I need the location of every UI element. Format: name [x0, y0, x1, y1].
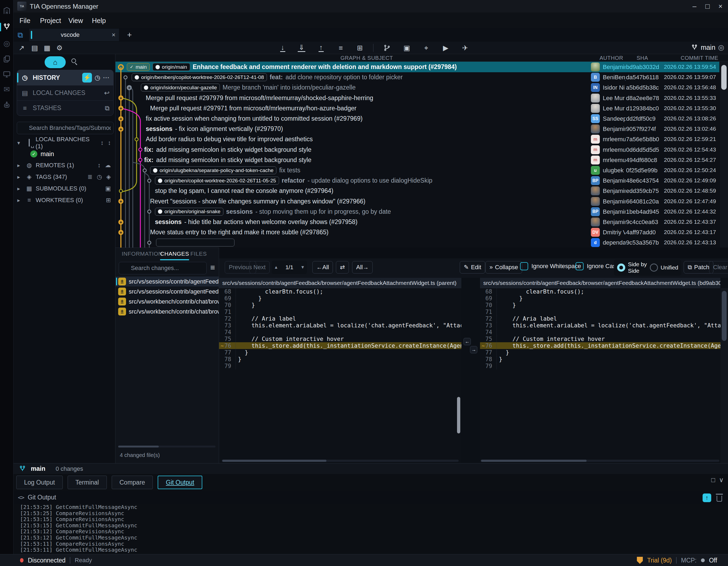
repo-tab-vscode[interactable]: vscode ×: [29, 29, 119, 41]
patch-file-icon[interactable]: ⊞: [355, 43, 365, 53]
sidebar-item-local-changes[interactable]: ▤ LOCAL CHANGES ↩: [17, 85, 113, 100]
tree-item-remotes[interactable]: ▸◍REMOTES (1)↕☁: [15, 159, 114, 171]
tab-changes[interactable]: CHANGES: [160, 250, 189, 260]
counter-up-icon[interactable]: ▲: [274, 265, 278, 270]
diff-scrollbar-thumb[interactable]: [722, 291, 727, 341]
sidebar-search-icon[interactable]: [71, 58, 76, 64]
menu-project[interactable]: Project: [38, 16, 63, 25]
menu-help[interactable]: Help: [90, 16, 108, 25]
changes-menu-icon[interactable]: ≡: [210, 263, 215, 272]
ignore-whitespace-checkbox[interactable]: [520, 262, 528, 270]
undo-icon[interactable]: ↩: [104, 89, 110, 97]
menu-view[interactable]: View: [66, 16, 85, 25]
commit-row[interactable]: ✓mainorigin/mainEnhance feedback and com…: [115, 62, 719, 72]
commit-row[interactable]: +sessions - hide title bar actions when …: [115, 217, 719, 227]
ignore-whitespace-option[interactable]: Ignore Whitespace: [520, 262, 581, 270]
tree-item-worktrees[interactable]: ▸≡WORKTREES (0)⊞: [15, 194, 114, 206]
tree-item-tags[interactable]: ▸◈TAGS (347)≣◷◈: [15, 171, 114, 183]
copy-change-right-button[interactable]: →: [470, 346, 477, 353]
close-button[interactable]: ×: [714, 1, 727, 11]
settings-gear-icon[interactable]: ⚙: [54, 43, 65, 53]
robot-icon[interactable]: [0, 99, 14, 111]
commit-row[interactable]: +Merge pull request #297971 from microso…: [115, 103, 719, 114]
commit-row[interactable]: +fix active session when changing from u…: [115, 113, 719, 124]
sidebar-home-button[interactable]: ⌂: [45, 56, 66, 68]
commit-row[interactable]: +Merge pull request #297979 from microso…: [115, 93, 719, 103]
minimize-button[interactable]: –: [688, 1, 701, 11]
highlight-icon[interactable]: ⚡: [82, 73, 92, 82]
expand-caret-icon[interactable]: ▸: [17, 162, 23, 168]
commit-row[interactable]: origin/ben/copilot-worktree-2026-02-26T1…: [115, 175, 719, 186]
maximize-button[interactable]: □: [701, 1, 714, 11]
clear-log-icon[interactable]: [717, 496, 722, 502]
rocket-icon[interactable]: ✈: [460, 43, 471, 53]
trial-badge[interactable]: Trial (9d): [647, 557, 672, 564]
documents-icon[interactable]: [0, 53, 14, 65]
menu-file[interactable]: File: [17, 16, 32, 25]
side-by-side-radio[interactable]: [617, 263, 625, 271]
all-left-button[interactable]: ←All: [312, 261, 333, 273]
target-commit-icon[interactable]: ◎: [718, 43, 724, 52]
bottom-tab-log-output[interactable]: Log Output: [16, 476, 63, 489]
sort-icon[interactable]: ↕: [101, 139, 104, 146]
changed-file-row[interactable]: ±src/vs/sessions/contrib/agentFeedba: [115, 287, 219, 297]
branch-icon[interactable]: ↕: [108, 139, 111, 146]
sidebar-item-history[interactable]: ◷ HISTORY ⚡ ◷ ···: [17, 70, 113, 85]
git-output-log[interactable]: [21:53:25] GetCommitFullMessageAsync[21:…: [14, 504, 728, 554]
monitor-icon[interactable]: [0, 68, 14, 80]
ignore-case-option[interactable]: Ignore Case: [575, 262, 619, 270]
play-icon[interactable]: ▶: [440, 43, 451, 53]
mail-icon[interactable]: ✉: [0, 83, 14, 95]
left-pane-vscroll-thumb[interactable]: [457, 397, 460, 434]
cloud-icon[interactable]: ☁: [105, 162, 111, 169]
commit-row[interactable]: fix: add missing semicolon in sticky wid…: [115, 155, 719, 165]
left-pane-hscrollbar[interactable]: [222, 460, 459, 462]
clear-button[interactable]: Clear: [709, 261, 728, 273]
repo-graph-icon[interactable]: [0, 21, 14, 33]
panel-collapse-icon[interactable]: ∨: [719, 476, 724, 484]
remote-branch-badge[interactable]: origin/ulugbekna/separate-policy-and-tok…: [150, 166, 276, 174]
bottom-tab-git-output[interactable]: Git Output: [158, 476, 202, 489]
scan-icon[interactable]: ⌖: [421, 43, 432, 53]
remote-branch-badge[interactable]: origin/main: [153, 63, 190, 71]
sidebar-item-stashes[interactable]: ≡ STASHES ⧉: [17, 100, 113, 115]
counter-down-icon[interactable]: ▼: [300, 265, 305, 270]
commit-row[interactable]: fix: add missing semicolon in sticky wid…: [115, 144, 719, 155]
changes-search-input[interactable]: [119, 262, 207, 274]
expand-caret-icon[interactable]: ▸: [17, 197, 23, 203]
new-tab-button[interactable]: +: [127, 30, 132, 39]
expand-caret-icon[interactable]: ▸: [17, 185, 23, 192]
commit-scrollbar-thumb[interactable]: [721, 65, 727, 90]
share-icon[interactable]: ↗: [16, 43, 27, 53]
changed-file-row[interactable]: ±src/vs/workbench/contrib/chat/brow: [115, 297, 219, 307]
branch-compare-icon[interactable]: [382, 43, 392, 53]
left-pane-hscroll-thumb[interactable]: [222, 460, 326, 462]
ignore-case-checkbox[interactable]: [575, 262, 584, 270]
package-icon[interactable]: ▣: [401, 43, 412, 53]
fetch-icon[interactable]: ↓: [277, 43, 288, 53]
pop-stash-icon[interactable]: ⧉: [105, 104, 110, 112]
right-pane-hscroll-thumb[interactable]: [481, 460, 587, 462]
commit-row[interactable]: stop the log spam, I cannot read the con…: [115, 185, 719, 196]
expand-caret-icon[interactable]: ▾: [17, 140, 23, 146]
expand-caret-icon[interactable]: ▸: [17, 174, 23, 180]
branch-item-main[interactable]: ✓main: [15, 148, 114, 159]
clock-icon[interactable]: ◷: [97, 173, 102, 180]
changes-hscroll-thumb[interactable]: [118, 446, 159, 448]
tree-item-local-branches[interactable]: ▾LOCAL BRANCHES (1)↕↕: [15, 137, 114, 148]
unified-radio[interactable]: [650, 263, 658, 271]
commit-row[interactable]: ddependa9c53a3567b2026.02.26 12:43:13: [115, 237, 719, 247]
bottom-tab-terminal[interactable]: Terminal: [68, 476, 107, 489]
tree-item-submodules[interactable]: ▸▦SUBMODULES (0)▣: [15, 183, 114, 194]
remote-branch-badge[interactable]: origin/isidorn/peculiar-gazelle: [141, 84, 220, 91]
remote-branch-badge[interactable]: origin/ben/copilot-worktree-2026-02-26T1…: [155, 177, 279, 184]
commit-row[interactable]: origin/ulugbekna/separate-policy-and-tok…: [115, 165, 719, 175]
current-branch-indicator[interactable]: main ◎: [691, 43, 724, 52]
swap-button[interactable]: ⇄: [336, 261, 349, 273]
stats-icon[interactable]: ▦: [42, 43, 52, 53]
commit-scrollbar[interactable]: [720, 62, 728, 247]
list-icon[interactable]: ≣: [87, 173, 92, 180]
stopwatch-icon[interactable]: ◷: [95, 74, 100, 81]
diff-scrollbar[interactable]: [720, 288, 728, 463]
right-pane-hscrollbar[interactable]: [481, 460, 719, 462]
